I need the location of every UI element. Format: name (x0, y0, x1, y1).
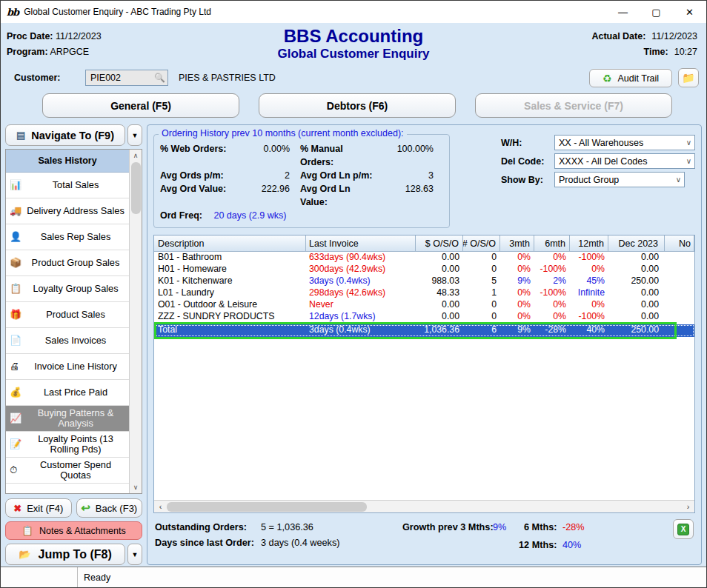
sidebar-item-product-group-sales[interactable]: 📦Product Group Sales (6, 250, 129, 276)
table-cell: Never (306, 299, 416, 311)
back-arrow-icon: ↩ (81, 501, 90, 515)
sidebar-item-invoice-line-history[interactable]: 🖨Invoice Line History (6, 354, 129, 380)
sidebar-item-label: Loyalty Points (13 Rolling Pds) (25, 434, 126, 455)
sidebar-item-last-price-paid[interactable]: 💰Last Price Paid (6, 380, 129, 406)
col-dollar-oso[interactable]: $ O/S/O (416, 235, 463, 251)
table-cell: 1 (463, 287, 500, 299)
close-button[interactable]: ✕ (673, 1, 706, 23)
table-cell: 9% (500, 324, 534, 337)
outstanding-orders-label: Outstanding Orders: (155, 522, 247, 532)
table-row[interactable]: L01 - Laundry298days (42.6wks)48.3310%-1… (154, 287, 694, 299)
sidebar-item-label: Sales Invoices (45, 335, 107, 346)
table-cell: 0% (534, 299, 570, 311)
avg-ord-value-label: Avg Ord Value: (160, 182, 236, 209)
table-cell: -100% (534, 287, 570, 299)
scroll-left-icon[interactable]: ‹ (154, 502, 167, 511)
sidebar-scrollbar[interactable]: ∧ ∨ (129, 150, 142, 493)
chevron-down-icon: ∨ (686, 157, 691, 165)
loyalty-points-icon: 📝 (10, 439, 21, 450)
back-button[interactable]: ↩ Back (F3) (76, 498, 143, 518)
navigate-dropdown-button[interactable]: ▼ (127, 124, 142, 146)
table-cell (665, 311, 694, 323)
search-icon[interactable]: 🔍 (154, 73, 165, 83)
table-cell: 1,036.36 (416, 324, 463, 337)
table-row[interactable]: H01 - Homeware300days (42.9wks)0.0000%-1… (154, 264, 694, 275)
table-cell: 0% (500, 264, 534, 275)
last-price-paid-icon: 💰 (10, 387, 21, 398)
growth-3mths-label: Growth prev 3 Mths: (402, 522, 494, 532)
sidebar-item-delivery-address-sales[interactable]: 🚚Delivery Address Sales (6, 198, 129, 224)
scroll-up-icon[interactable]: ∧ (130, 150, 142, 161)
h-scrollbar-thumb[interactable] (167, 502, 367, 512)
sidebar-item-label: Sales Rep Sales (41, 232, 111, 242)
sidebar-item-sales-invoices[interactable]: 📄Sales Invoices (6, 328, 129, 354)
col-nov[interactable]: No (665, 235, 694, 251)
col-last-invoice[interactable]: Last Invoice (306, 235, 416, 251)
table-row[interactable]: ZZZ - SUNDRY PRODUCTS12days (1.7wks)0.00… (154, 311, 694, 323)
sidebar-item-loyalty-group-sales[interactable]: 📋Loyalty Group Sales (6, 276, 129, 302)
outstanding-orders-value: 5 = 1,036.36 (261, 522, 313, 532)
back-label: Back (F3) (96, 503, 137, 514)
growth-3mths-value: 9% (493, 522, 506, 532)
col-description[interactable]: Description (154, 235, 306, 251)
exit-button[interactable]: ✖ Exit (F4) (5, 498, 72, 518)
customer-row: Customer: PIE002 🔍 PIES & PASTRIES LTD ♻… (1, 66, 706, 90)
table-row[interactable]: O01 - Outdoor & LeisureNever0.0000%0%0%0… (154, 299, 694, 311)
show-by-label: Show By: (501, 175, 554, 185)
warehouse-select[interactable]: XX - All Warehouses ∨ (554, 135, 695, 150)
table-cell: 45% (570, 275, 608, 287)
table-cell: 0 (463, 264, 500, 275)
col-12mth[interactable]: 12mth (570, 235, 608, 251)
audit-trail-button[interactable]: ♻ Audit Trail (589, 69, 672, 87)
sidebar-item-product-sales[interactable]: 🎁Product Sales (6, 302, 129, 328)
table-cell: 0% (500, 287, 534, 299)
col-6mth[interactable]: 6mth (534, 235, 570, 251)
horizontal-scrollbar[interactable]: ‹ › (154, 500, 694, 512)
jump-to-label: Jump To (F8) (38, 548, 111, 561)
col-dec-2023[interactable]: Dec 2023 (608, 235, 665, 251)
tab-debtors[interactable]: Debtors (F6) (259, 93, 456, 118)
sidebar-item-total-sales[interactable]: 📊Total Sales (6, 173, 129, 198)
exit-label: Exit (F4) (27, 503, 63, 514)
jump-to-button[interactable]: 📂 Jump To (F8) (5, 544, 125, 565)
table-cell: 3days (0.4wks) (306, 275, 416, 287)
table-cell (665, 264, 694, 275)
table-cell: K01 - Kitchenware (154, 275, 306, 287)
col-3mth[interactable]: 3mth (500, 235, 534, 251)
tab-bar: General (F5) Debtors (F6) Sales & Servic… (1, 90, 706, 124)
sidebar-item-customer-spend-quotas[interactable]: ⏱Customer Spend Quotas (6, 458, 129, 484)
sidebar-item-sales-rep-sales[interactable]: 👤Sales Rep Sales (6, 224, 129, 250)
scrollbar-thumb[interactable] (131, 162, 141, 214)
scroll-right-icon[interactable]: › (682, 502, 694, 511)
sidebar-item-sales-history: Sales History (6, 150, 129, 173)
table-cell: -100% (534, 264, 570, 275)
table-total-row[interactable]: Total3days (0.4wks)1,036.3669%-28%40%250… (154, 324, 694, 337)
customer-name: PIES & PASTRIES LTD (179, 73, 276, 83)
summary: Outstanding Orders: 5 = 1,036.36 Days si… (153, 518, 695, 559)
navigate-to-label: Navigate To (F9) (31, 130, 114, 141)
customer-code-input[interactable]: PIE002 🔍 (85, 70, 168, 86)
notes-attachments-button[interactable]: 📋 Notes & Attachments (5, 521, 142, 540)
sidebar-item-buying-patterns-analysis[interactable]: 📈Buying Patterns & Analysis (6, 406, 129, 432)
col-num-oso[interactable]: # O/S/O (463, 235, 500, 251)
table-cell: 9% (500, 275, 534, 287)
navigate-to-button[interactable]: ▤ Navigate To (F9) (5, 124, 125, 146)
add-folder-button[interactable]: 📁 (678, 68, 699, 87)
del-code-select[interactable]: XXXX - All Del Codes ∨ (554, 153, 695, 169)
history-table: Description Last Invoice $ O/S/O # O/S/O… (153, 235, 695, 513)
table-cell: 0.00 (416, 311, 463, 323)
sidebar-item-loyalty-points-13-rolling-pds[interactable]: 📝Loyalty Points (13 Rolling Pds) (6, 432, 129, 458)
avg-ord-ln-value-value: 128.63 (377, 182, 434, 209)
scroll-down-icon[interactable]: ∨ (130, 481, 142, 493)
table-row[interactable]: B01 - Bathroom633days (90.4wks)0.0000%0%… (154, 252, 694, 264)
maximize-button[interactable]: ▢ (640, 1, 673, 23)
export-excel-button[interactable]: X (673, 519, 694, 539)
table-row[interactable]: K01 - Kitchenware3days (0.4wks)988.0359%… (154, 275, 694, 287)
minimize-button[interactable]: — (606, 1, 640, 23)
show-by-select[interactable]: Product Group ∨ (554, 172, 685, 187)
sidebar-item-label: Product Sales (46, 310, 105, 320)
table-cell: O01 - Outdoor & Leisure (154, 299, 306, 311)
tab-general[interactable]: General (F5) (42, 93, 239, 118)
growth-12mths-value: 40% (562, 540, 581, 550)
jump-dropdown-button[interactable]: ▼ (127, 544, 142, 565)
